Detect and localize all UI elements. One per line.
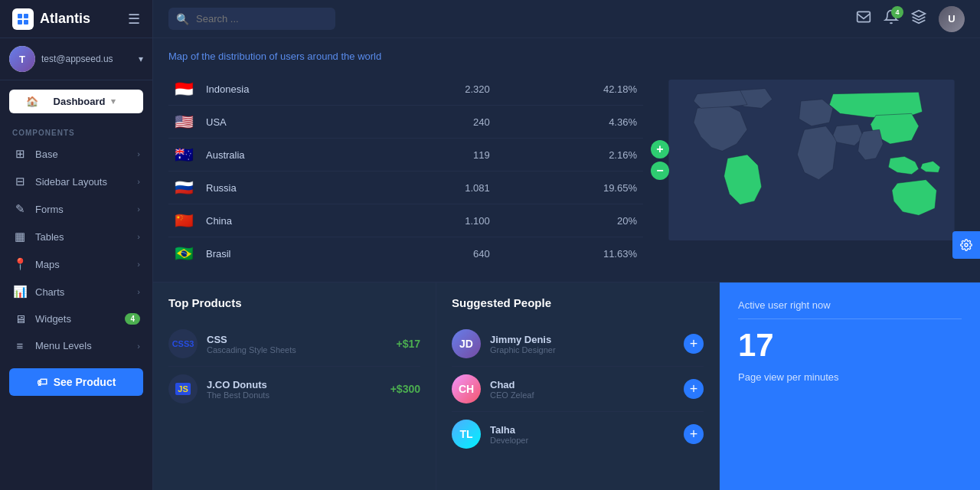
settings-button[interactable]: [952, 231, 980, 259]
person-info: Talha Developer: [490, 424, 684, 445]
person-info: Chad CEO Zeleaf: [490, 379, 684, 400]
country-name-cell: China: [200, 204, 377, 237]
map-pin-icon: 📍: [12, 257, 28, 271]
country-count-cell: 240: [377, 106, 496, 139]
country-percent-cell: 11.63%: [496, 237, 643, 270]
see-product-button[interactable]: 🏷 See Product: [9, 368, 143, 396]
add-person-button[interactable]: +: [684, 379, 704, 399]
zoom-controls: + −: [651, 140, 669, 180]
person-role: CEO Zeleaf: [490, 390, 684, 400]
user-profile-avatar[interactable]: U: [939, 6, 965, 32]
svg-rect-3: [24, 20, 28, 24]
search-icon: 🔍: [176, 13, 189, 25]
notifications-icon[interactable]: 4: [884, 9, 899, 28]
country-percent-cell: 20%: [496, 204, 643, 237]
sidebar-item-menu-levels[interactable]: ≡ Menu Levels ›: [0, 332, 152, 359]
logo-left: Atlantis: [12, 8, 90, 30]
table-row: 🇮🇩 Indonesia 2.320 42.18%: [168, 73, 643, 106]
chevron-icon: ›: [137, 177, 140, 186]
product-price: +$17: [396, 338, 420, 350]
add-person-button[interactable]: +: [684, 424, 704, 444]
svg-point-7: [965, 243, 968, 247]
svg-rect-4: [858, 11, 871, 21]
person-role: Graphic Designer: [490, 345, 684, 354]
hamburger-icon[interactable]: ☰: [128, 11, 140, 28]
sidebar-item-widgets[interactable]: 🖥 Widgets 4: [0, 305, 152, 332]
active-user-subtitle: Page view per minutes: [738, 371, 962, 383]
person-avatar: JD: [452, 329, 481, 358]
active-user-title: Active user right now: [738, 299, 962, 311]
person-name: Chad: [490, 379, 684, 390]
suggested-people-panel: Suggested People JD Jimmy Denis Graphic …: [436, 283, 720, 490]
edit-icon: ✎: [12, 202, 28, 216]
person-avatar: CH: [452, 374, 481, 403]
dashboard-button[interactable]: 🏠 Dashboard ▾: [9, 90, 143, 113]
product-name: J.CO Donuts: [207, 379, 390, 390]
chevron-icon: ›: [137, 232, 140, 241]
mail-icon[interactable]: [856, 9, 871, 28]
sidebar-item-maps[interactable]: 📍 Maps ›: [0, 250, 152, 278]
world-map: [666, 80, 957, 240]
sidebar-item-base[interactable]: ⊞ Base ›: [0, 140, 152, 168]
flag-cell: 🇷🇺: [168, 172, 200, 204]
person-role: Developer: [490, 436, 684, 445]
sidebar-item-tables[interactable]: ▦ Tables ›: [0, 223, 152, 250]
divider: [738, 318, 962, 319]
nav-label-widgets: Widgets: [35, 313, 125, 325]
flag-cell: 🇨🇳: [168, 204, 200, 237]
list-item: JS J.CO Donuts The Best Donuts +$300: [168, 367, 420, 411]
country-count-cell: 1.100: [377, 204, 496, 237]
zoom-in-button[interactable]: +: [651, 140, 669, 158]
sidebar-item-charts[interactable]: 📊 Charts ›: [0, 278, 152, 305]
table-row: 🇷🇺 Russia 1.081 19.65%: [168, 172, 643, 204]
zoom-out-button[interactable]: −: [651, 162, 669, 180]
table-icon: ▦: [12, 230, 28, 243]
logo-text: Atlantis: [40, 11, 90, 27]
logo-icon: [12, 8, 34, 30]
flag-cell: 🇮🇩: [168, 73, 200, 106]
country-percent-cell: 2.16%: [496, 139, 643, 172]
sidebar-item-sidebar-layouts[interactable]: ⊟ Sidebar Layouts ›: [0, 168, 152, 195]
add-person-button[interactable]: +: [684, 334, 704, 354]
sidebar: Atlantis ☰ T test@appseed.us ▾ 🏠 Dashboa…: [0, 0, 153, 490]
table-row: 🇧🇷 Brasil 640 11.63%: [168, 237, 643, 270]
sidebar-item-forms[interactable]: ✎ Forms ›: [0, 195, 152, 223]
people-list: JD Jimmy Denis Graphic Designer + CH Cha…: [452, 322, 704, 456]
active-user-panel: Active user right now 17 Page view per m…: [720, 283, 980, 490]
country-percent-cell: 4.36%: [496, 106, 643, 139]
product-price: +$300: [390, 383, 420, 395]
layers-icon[interactable]: [911, 9, 926, 28]
nav-label-forms: Forms: [35, 204, 137, 215]
flag-cell: 🇧🇷: [168, 237, 200, 270]
components-section-label: COMPONENTS: [0, 122, 152, 140]
nav-label-tables: Tables: [35, 231, 137, 243]
country-name-cell: USA: [200, 106, 377, 139]
active-user-count: 17: [738, 327, 962, 364]
svg-rect-2: [18, 20, 22, 24]
search-input[interactable]: [168, 8, 335, 30]
chevron-icon: ›: [137, 204, 140, 214]
person-name: Talha: [490, 424, 684, 436]
top-products-title: Top Products: [168, 296, 420, 309]
flag-cell: 🇦🇺: [168, 139, 200, 172]
sidebar-icon: ⊟: [12, 175, 28, 188]
product-icon: JS: [168, 374, 198, 403]
table-row: 🇦🇺 Australia 119 2.16%: [168, 139, 643, 172]
menu-icon: ≡: [12, 339, 28, 352]
home-icon: 🏠: [26, 96, 47, 107]
product-info: J.CO Donuts The Best Donuts: [207, 379, 390, 400]
map-section-title: Map of the distribution of users around …: [168, 51, 643, 62]
product-info: CSS Cascading Style Sheets: [207, 334, 396, 354]
country-count-cell: 2.320: [377, 73, 496, 106]
flag-cell: 🇺🇸: [168, 106, 200, 139]
person-info: Jimmy Denis Graphic Designer: [490, 334, 684, 354]
top-products-panel: Top Products CSS3 CSS Cascading Style Sh…: [153, 283, 436, 490]
map-visual: + −: [658, 51, 965, 270]
bottom-panels: Top Products CSS3 CSS Cascading Style Sh…: [153, 283, 980, 490]
topbar: 🔍 4 U: [153, 0, 980, 38]
product-desc: The Best Donuts: [207, 390, 390, 400]
country-percent-cell: 42.18%: [496, 73, 643, 106]
suggested-people-title: Suggested People: [452, 296, 704, 309]
countries-table: 🇮🇩 Indonesia 2.320 42.18% 🇺🇸 USA 240 4.3…: [168, 73, 643, 270]
user-area[interactable]: T test@appseed.us ▾: [0, 38, 152, 80]
